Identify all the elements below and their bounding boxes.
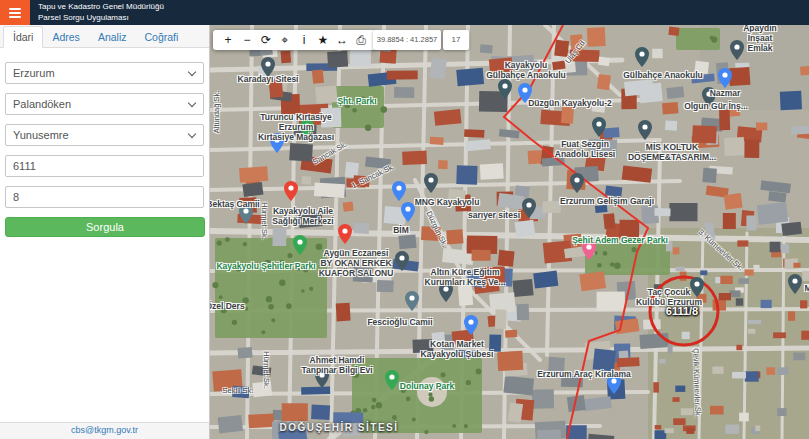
mahalle-select-wrap: [5, 124, 204, 146]
apaydin-insaat-pin[interactable]: [730, 40, 744, 60]
bilgi-evi-pin[interactable]: [315, 368, 329, 388]
map-toolbar: +−⟳⌖i★↔⎙: [213, 30, 376, 50]
altin-kure-pin[interactable]: [439, 282, 453, 302]
query-sidebar: İdariAdresAnalizCoğrafi Sorgula cbs@tkgm…: [0, 25, 210, 439]
parsel-input[interactable]: [5, 186, 204, 208]
gezer-parki-pin[interactable]: [582, 240, 596, 260]
bim-pin[interactable]: [401, 202, 415, 222]
kres-pin[interactable]: [395, 251, 409, 271]
turuncu-kirtasiye-pin[interactable]: [270, 133, 284, 153]
kotan-market-pin[interactable]: [464, 315, 478, 335]
market-pin[interactable]: [392, 181, 406, 201]
sariyer-sitesi-pin[interactable]: [522, 198, 536, 218]
park-pin[interactable]: [300, 119, 314, 139]
zoom-out-icon[interactable]: −: [241, 30, 253, 50]
il-select[interactable]: [5, 62, 204, 84]
olgun-gur-pin[interactable]: [702, 87, 716, 107]
saglik-merkezi-pin[interactable]: [284, 181, 298, 201]
coordinates-display: 39.8854 : 41.2857: [373, 30, 441, 50]
karadayi-sitesi-pin[interactable]: [261, 57, 275, 77]
ada-input[interactable]: [5, 155, 204, 177]
fescioglu-camii-pin[interactable]: [405, 291, 419, 311]
tab-cografi[interactable]: Coğrafi: [135, 27, 187, 47]
mahalle-select[interactable]: [5, 124, 204, 146]
footer-email[interactable]: cbs@tkgm.gov.tr: [0, 422, 209, 439]
hamburger-icon: [9, 12, 21, 14]
measure-icon[interactable]: ↔: [336, 30, 348, 50]
map-viewport[interactable]: Karadayı SitesiŞht. ParkıTuruncu Kırtasi…: [210, 25, 809, 439]
sidebar-tabs: İdariAdresAnalizCoğrafi: [0, 25, 209, 48]
mng-kayakyolu-pin[interactable]: [424, 173, 438, 193]
hamburger-icon: [9, 8, 21, 10]
ada-input-wrap: [5, 155, 204, 177]
parsel-input-wrap: [5, 186, 204, 208]
ilce-select-wrap: [5, 93, 204, 115]
aygun-eczanesi-pin[interactable]: [338, 224, 352, 244]
bektas-camii-pin[interactable]: [239, 204, 253, 224]
arac-kiralama-pin[interactable]: [607, 374, 621, 394]
gulbahce-anaokulu-pin[interactable]: [635, 47, 649, 67]
zoom-in-icon[interactable]: +: [222, 30, 234, 50]
query-form: [0, 48, 209, 208]
tab-idari[interactable]: İdari: [3, 26, 43, 48]
zoom-level-display: 17: [443, 30, 469, 50]
sehitler-parki-pin[interactable]: [293, 235, 307, 255]
print-icon[interactable]: ⎙: [355, 30, 367, 50]
tab-analiz[interactable]: Analiz: [89, 27, 136, 47]
fuat-sezgin-pin[interactable]: [592, 117, 606, 137]
favorite-icon[interactable]: ★: [317, 30, 329, 50]
mis-koltuk-pin[interactable]: [638, 120, 652, 140]
info-icon[interactable]: i: [298, 30, 310, 50]
duzgun-kayakyolu-pin[interactable]: [518, 83, 532, 103]
il-select-wrap: [5, 62, 204, 84]
hamburger-icon: [9, 16, 21, 18]
gelisim-garaji-pin[interactable]: [570, 173, 584, 193]
app-header: Tapu ve Kadastro Genel Müdürlüğü Parsel …: [0, 0, 809, 25]
hamburger-menu-button[interactable]: [0, 0, 30, 25]
app-title: Tapu ve Kadastro Genel Müdürlüğü Parsel …: [38, 0, 164, 25]
dolunay-park-pin[interactable]: [385, 370, 399, 390]
sorgula-button[interactable]: Sorgula: [5, 217, 205, 237]
app-title-line2: Parsel Sorgu Uygulaması: [38, 13, 164, 24]
nazmar-pin[interactable]: [718, 68, 732, 88]
right-edge-pin[interactable]: [788, 274, 802, 294]
tab-adres[interactable]: Adres: [43, 27, 88, 47]
tac-cocuk-pin[interactable]: [690, 277, 704, 297]
locate-icon[interactable]: ⌖: [279, 30, 291, 50]
refresh-icon[interactable]: ⟳: [260, 30, 272, 50]
kayakyolu-gulbahce-anaokulu-pin[interactable]: [498, 79, 512, 99]
parcel-query-app: { "header": { "title_line1": "Tapu ve Ka…: [0, 0, 809, 439]
app-title-line1: Tapu ve Kadastro Genel Müdürlüğü: [38, 2, 164, 13]
ilce-select[interactable]: [5, 93, 204, 115]
